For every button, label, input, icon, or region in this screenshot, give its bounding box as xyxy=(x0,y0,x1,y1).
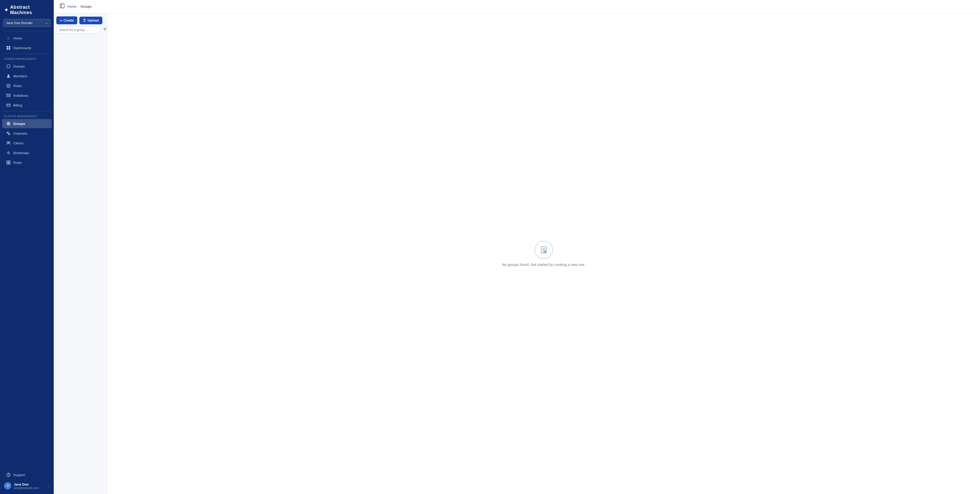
sidebar-item-label: Roles xyxy=(13,84,22,88)
groups-icon xyxy=(6,121,11,126)
sidebar: ✦ Abstract Machines Jane Doe Domain ⌄ ⌂ … xyxy=(0,0,54,494)
topbar: Home › Groups xyxy=(54,0,980,13)
sidebar-item-label: Members xyxy=(13,74,27,78)
svg-rect-2 xyxy=(6,48,8,49)
domain-label: Jane Doe Domain xyxy=(6,21,32,25)
svg-rect-29 xyxy=(9,163,10,164)
svg-rect-27 xyxy=(9,161,10,162)
sidebar-item-domain[interactable]: Domain xyxy=(2,62,52,71)
svg-rect-28 xyxy=(6,163,8,164)
sidebar-item-roles[interactable]: Roles xyxy=(2,81,52,90)
support-icon xyxy=(6,473,11,477)
logo-icon: ✦ xyxy=(4,7,9,13)
svg-point-20 xyxy=(9,142,10,143)
avatar: J xyxy=(4,482,11,489)
home-icon: ⌂ xyxy=(6,36,11,40)
svg-rect-1 xyxy=(9,46,10,48)
svg-point-18 xyxy=(8,133,9,134)
rules-icon xyxy=(6,160,11,165)
list-toolbar: + Create Upload xyxy=(54,13,107,26)
main-area: Home › Groups + Create xyxy=(54,0,980,494)
svg-rect-3 xyxy=(9,48,10,49)
sidebar-item-members[interactable]: Members xyxy=(2,72,52,81)
search-input[interactable] xyxy=(56,26,100,33)
svg-rect-26 xyxy=(6,161,8,162)
sidebar-item-billing[interactable]: Billing xyxy=(2,100,52,110)
sidebar-item-label: Billing xyxy=(13,104,22,107)
breadcrumb-current: Groups xyxy=(81,5,92,8)
divider-clients xyxy=(3,111,51,112)
breadcrumb-separator: › xyxy=(78,5,79,8)
sidebar-item-invitations[interactable]: Invitations xyxy=(2,91,52,100)
user-info: Jane Doe jdoe@example.com xyxy=(14,483,45,489)
create-button[interactable]: + Create xyxy=(56,16,77,24)
sidebar-item-channels[interactable]: Channels xyxy=(2,129,52,138)
svg-point-31 xyxy=(8,476,9,476)
empty-state-message: No groups found. Get started by creating… xyxy=(502,263,585,267)
sidebar-item-label: Groups xyxy=(13,122,25,126)
breadcrumb: Home › Groups xyxy=(68,5,92,8)
svg-rect-0 xyxy=(6,46,8,48)
sidebar-item-label: Bootstraps xyxy=(13,151,29,155)
billing-icon xyxy=(6,103,11,107)
sidebar-item-rules[interactable]: Rules xyxy=(2,158,52,167)
svg-rect-10 xyxy=(6,104,10,107)
support-label: Support xyxy=(13,473,25,477)
app-logo: ✦ Abstract Machines xyxy=(0,0,54,19)
invitations-icon xyxy=(6,93,11,98)
breadcrumb-home[interactable]: Home xyxy=(68,5,76,8)
sidebar-item-bootstraps[interactable]: Bootstraps xyxy=(2,148,52,158)
svg-rect-32 xyxy=(60,4,64,8)
dashboards-icon xyxy=(6,46,11,50)
channels-icon xyxy=(6,131,11,135)
sidebar-item-label: Domain xyxy=(13,64,25,69)
sidebar-item-label: Rules xyxy=(13,161,22,164)
filter-button[interactable] xyxy=(102,26,108,33)
support-item[interactable]: Support xyxy=(2,470,52,480)
upload-button[interactable]: Upload xyxy=(80,17,102,24)
svg-point-13 xyxy=(8,123,9,124)
list-panel: + Create Upload xyxy=(54,13,107,494)
sidebar-item-label: Channels xyxy=(13,132,27,135)
sidebar-item-label: Dashboards xyxy=(13,46,31,50)
empty-state-icon xyxy=(535,241,553,259)
app-name: Abstract Machines xyxy=(10,5,50,15)
domain-icon xyxy=(6,64,11,69)
divider-top xyxy=(3,31,51,31)
empty-state: No groups found. Get started by creating… xyxy=(107,13,980,494)
bootstraps-icon xyxy=(6,150,11,155)
section-domain-label: Domain Management xyxy=(0,56,54,61)
svg-rect-6 xyxy=(7,84,10,87)
clients-icon xyxy=(6,141,11,145)
plus-icon: + xyxy=(60,18,62,22)
svg-point-21 xyxy=(8,152,9,154)
user-name: Jane Doe xyxy=(14,483,45,486)
sidebar-item-home[interactable]: ⌂ Home xyxy=(2,33,52,43)
members-icon xyxy=(6,74,11,78)
user-row[interactable]: J Jane Doe jdoe@example.com ⌄ xyxy=(0,480,54,492)
chevron-down-icon: ⌄ xyxy=(47,484,49,488)
svg-rect-4 xyxy=(7,65,10,68)
domain-selector[interactable]: Jane Doe Domain ⌄ xyxy=(3,19,51,27)
sidebar-item-label: Clients xyxy=(13,141,24,145)
sidebar-item-label: Home xyxy=(13,37,22,40)
sidebar-item-groups[interactable]: Groups xyxy=(2,119,52,128)
roles-icon xyxy=(6,83,11,88)
chevron-down-icon: ⌄ xyxy=(45,21,48,25)
sidebar-bottom: Support J Jane Doe jdoe@example.com ⌄ xyxy=(0,470,54,494)
svg-point-5 xyxy=(8,75,9,76)
section-clients-label: Clients Management xyxy=(0,113,54,119)
divider-domain xyxy=(3,54,51,54)
sidebar-item-dashboards[interactable]: Dashboards xyxy=(2,43,52,53)
svg-point-19 xyxy=(7,142,8,143)
upload-icon xyxy=(83,18,86,22)
content-area: + Create Upload xyxy=(54,13,980,494)
sidebar-item-label: Invitations xyxy=(13,94,29,97)
user-email: jdoe@example.com xyxy=(14,486,45,489)
search-row xyxy=(54,26,107,35)
sidebar-toggle-button[interactable] xyxy=(59,3,65,11)
sidebar-item-clients[interactable]: Clients xyxy=(2,139,52,148)
